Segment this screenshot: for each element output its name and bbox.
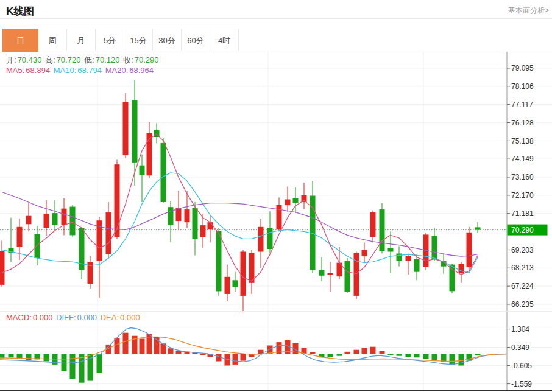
candle-body bbox=[70, 207, 76, 236]
macd-value: 0.000 bbox=[33, 313, 53, 322]
candle-body bbox=[193, 208, 198, 239]
candle-body bbox=[293, 198, 299, 203]
ma10-value: 68.794 bbox=[77, 66, 102, 75]
axis-tick-label: 76.128 bbox=[511, 119, 534, 127]
open-value: 70.430 bbox=[18, 55, 42, 65]
axis-tick-label: 1.304 bbox=[511, 325, 529, 334]
macd-bar bbox=[97, 354, 102, 373]
macd-bar bbox=[423, 354, 429, 359]
macd-bar bbox=[123, 333, 129, 354]
macd-bar bbox=[388, 354, 394, 355]
candle-body bbox=[354, 253, 359, 296]
ma5-value: 68.894 bbox=[26, 66, 50, 75]
candle-body bbox=[380, 209, 385, 251]
candle-body bbox=[225, 277, 230, 294]
candle-body bbox=[406, 256, 411, 261]
candle-body bbox=[200, 225, 206, 237]
dea-label: DEA: bbox=[101, 313, 119, 322]
candle-body bbox=[475, 227, 481, 229]
candle-body bbox=[168, 207, 174, 225]
page-title: K线图 bbox=[6, 4, 34, 18]
candle-body bbox=[132, 100, 138, 163]
candles bbox=[0, 80, 481, 312]
candle-body bbox=[241, 252, 246, 296]
diff-label: DIFF: bbox=[56, 313, 76, 322]
high-value: 70.720 bbox=[57, 55, 81, 65]
macd-bar bbox=[362, 348, 367, 354]
candle-body bbox=[44, 214, 49, 228]
candle-body bbox=[345, 261, 350, 292]
candle-body bbox=[176, 208, 182, 221]
chart-bottom-border bbox=[0, 390, 552, 391]
tab-60min[interactable]: 60分 bbox=[182, 29, 210, 51]
macd-bar bbox=[310, 352, 316, 354]
candle-body bbox=[140, 166, 145, 175]
candle-body bbox=[106, 212, 111, 254]
candle-body bbox=[35, 234, 40, 258]
candle-body bbox=[52, 213, 58, 225]
tab-15min[interactable]: 15分 bbox=[124, 29, 153, 51]
macd-histogram bbox=[0, 333, 481, 383]
macd-bar bbox=[337, 354, 342, 356]
axis-tick-label: 75.138 bbox=[511, 137, 534, 145]
candle-body bbox=[208, 222, 213, 229]
axis-tick-label: 77.117 bbox=[511, 100, 533, 109]
axis-tick-label: 68.213 bbox=[511, 264, 534, 272]
axis-tick-label: 74.149 bbox=[511, 155, 534, 163]
macd-bar bbox=[370, 347, 376, 354]
low-value: 70.120 bbox=[96, 55, 120, 65]
candle-body bbox=[216, 231, 222, 292]
macd-bar bbox=[380, 351, 385, 354]
candle-body bbox=[185, 209, 190, 222]
candle-body bbox=[267, 228, 273, 249]
low-label: 低: bbox=[84, 55, 94, 65]
axis-tick-label: 66.235 bbox=[511, 300, 534, 309]
candle-body bbox=[397, 254, 402, 261]
tab-week[interactable]: 周 bbox=[38, 29, 67, 51]
axis-tick-label: 73.160 bbox=[511, 173, 534, 181]
macd-bar bbox=[140, 339, 145, 354]
macd-bar bbox=[200, 354, 206, 355]
open-label: 开: bbox=[6, 55, 16, 65]
candle-body bbox=[370, 212, 376, 237]
macd-bar bbox=[345, 352, 350, 354]
candle-body bbox=[414, 259, 420, 272]
macd-bar bbox=[241, 354, 246, 361]
candle-body bbox=[161, 143, 166, 202]
axis-tick-label: 0.349 bbox=[511, 343, 529, 352]
tab-30min[interactable]: 30分 bbox=[153, 29, 182, 51]
kline-chart-container: 79.09578.10677.11776.12875.13874.14973.1… bbox=[0, 0, 552, 392]
candle-body bbox=[17, 227, 23, 247]
macd-bar bbox=[459, 354, 464, 366]
candle-body bbox=[450, 265, 455, 292]
macd-bar bbox=[79, 354, 85, 383]
axis-tick-label: 79.095 bbox=[511, 64, 534, 72]
candle-body bbox=[328, 273, 333, 275]
panel-divider bbox=[0, 311, 552, 312]
tab-5min[interactable]: 5分 bbox=[96, 29, 124, 51]
candle-body bbox=[467, 233, 472, 267]
tab-day[interactable]: 日 bbox=[2, 29, 38, 52]
close-value: 70.290 bbox=[135, 55, 159, 65]
candle-body bbox=[249, 253, 255, 283]
tab-4hour[interactable]: 4时 bbox=[210, 29, 239, 51]
high-label: 高: bbox=[45, 55, 55, 65]
candle-body bbox=[285, 200, 291, 206]
macd-bar bbox=[354, 350, 359, 354]
fundamental-analysis-link[interactable]: 基本面分析> bbox=[508, 5, 549, 16]
candle-body bbox=[26, 216, 32, 225]
ma10-label: MA10: bbox=[54, 66, 77, 75]
macd-bar bbox=[450, 354, 455, 365]
axis-tick-label: -0.605 bbox=[511, 362, 532, 370]
candle-body bbox=[123, 102, 129, 156]
candle-body bbox=[362, 250, 367, 257]
candle-body bbox=[0, 251, 5, 285]
ohlc-legend: 开:70.430 高:70.720 低:70.120 收:70.290 bbox=[6, 55, 160, 66]
candle-body bbox=[319, 270, 325, 276]
macd-legend: MACD:0.000 DIFF:0.000 DEA:0.000 bbox=[6, 313, 141, 322]
tab-month[interactable]: 月 bbox=[67, 29, 96, 51]
ma5-label: MA5: bbox=[6, 66, 24, 75]
macd-bar bbox=[168, 348, 174, 354]
axis-tick-label: 78.106 bbox=[511, 82, 534, 91]
macd-bar bbox=[233, 354, 238, 365]
